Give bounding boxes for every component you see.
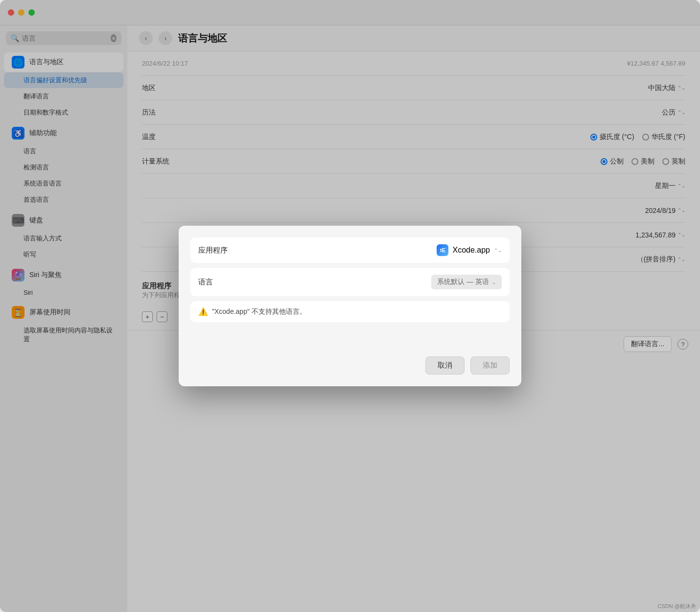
dialog-footer: 取消 添加	[179, 349, 521, 386]
xcode-icon: tE	[437, 244, 448, 256]
warning-text: "Xcode.app" 不支持其他语言。	[212, 307, 306, 316]
chevron-up-down-icon-dialog: ⌃⌄	[494, 248, 502, 253]
dialog-language-label: 语言	[198, 278, 213, 287]
dialog-overlay: 应用程序 tE Xcode.app ⌃⌄ 语言 系统默认 — 英语 ⌄	[0, 0, 700, 612]
dialog-body: 应用程序 tE Xcode.app ⌃⌄ 语言 系统默认 — 英语 ⌄	[179, 226, 521, 349]
cancel-button[interactable]: 取消	[425, 356, 465, 375]
warning-icon: ⚠️	[198, 307, 208, 316]
dialog-language-row: 语言 系统默认 — 英语 ⌄	[190, 268, 510, 296]
chevron-down-icon-language: ⌄	[492, 280, 496, 285]
dialog-app-row: 应用程序 tE Xcode.app ⌃⌄	[190, 237, 510, 263]
dialog-language-value: 系统默认 — 英语	[437, 278, 489, 286]
dialog-warning-row: ⚠️ "Xcode.app" 不支持其他语言。	[190, 301, 510, 322]
dialog-spacer	[190, 327, 510, 337]
add-button[interactable]: 添加	[470, 356, 510, 375]
dialog-app-dropdown[interactable]: tE Xcode.app ⌃⌄	[437, 244, 502, 256]
dialog: 应用程序 tE Xcode.app ⌃⌄ 语言 系统默认 — 英语 ⌄	[179, 226, 521, 386]
main-window: 🔍 ✕ 🌐 语言与地区 语言偏好设置和优先级 翻译语言 日期和数字格式	[0, 0, 700, 612]
dialog-language-select[interactable]: 系统默认 — 英语 ⌄	[431, 275, 502, 289]
dialog-app-label: 应用程序	[198, 246, 228, 255]
dialog-app-name: Xcode.app	[452, 246, 490, 255]
